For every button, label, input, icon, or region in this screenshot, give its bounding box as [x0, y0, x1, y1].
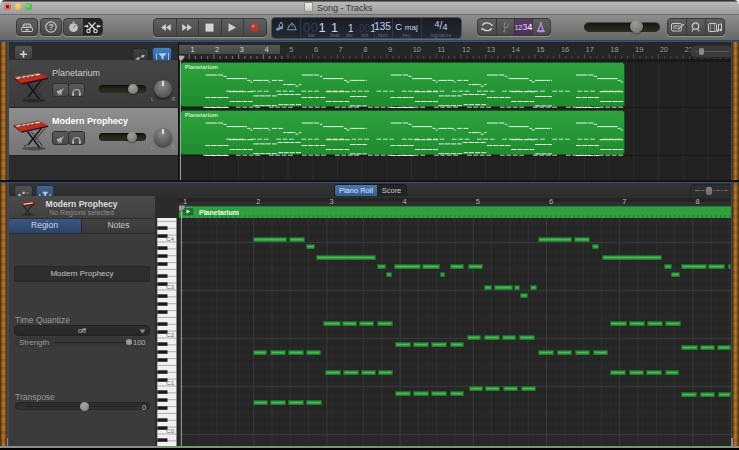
svg-text:C1: C1 [166, 380, 174, 386]
svg-text:Planetarium: Planetarium [199, 209, 239, 216]
svg-text:C0: C0 [166, 428, 174, 434]
svg-text:?: ? [48, 22, 53, 32]
svg-text:C3: C3 [166, 284, 174, 290]
svg-text:C4: C4 [166, 236, 174, 242]
svg-text:1234: 1234 [515, 22, 533, 32]
svg-text:C2: C2 [166, 332, 174, 338]
